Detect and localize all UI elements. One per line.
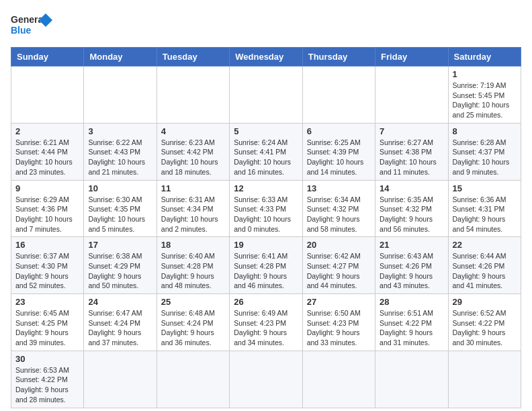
day-number: 29 xyxy=(453,297,517,307)
day-info: Sunrise: 6:29 AM Sunset: 4:36 PM Dayligh… xyxy=(15,195,79,234)
day-number: 23 xyxy=(15,297,79,307)
calendar-cell xyxy=(448,351,521,408)
day-info: Sunrise: 6:37 AM Sunset: 4:30 PM Dayligh… xyxy=(15,251,79,291)
calendar-cell: 9Sunrise: 6:29 AM Sunset: 4:36 PM Daylig… xyxy=(11,180,84,237)
calendar-cell: 29Sunrise: 6:52 AM Sunset: 4:22 PM Dayli… xyxy=(448,294,521,351)
calendar-week-1: 2Sunrise: 6:21 AM Sunset: 4:44 PM Daylig… xyxy=(11,123,521,180)
day-info: Sunrise: 6:49 AM Sunset: 4:23 PM Dayligh… xyxy=(234,308,298,348)
svg-text:Blue: Blue xyxy=(11,25,32,36)
calendar-cell xyxy=(302,66,375,124)
calendar-week-4: 23Sunrise: 6:45 AM Sunset: 4:25 PM Dayli… xyxy=(11,294,521,351)
day-info: Sunrise: 6:22 AM Sunset: 4:43 PM Dayligh… xyxy=(88,138,152,177)
calendar-cell: 12Sunrise: 6:33 AM Sunset: 4:33 PM Dayli… xyxy=(230,180,302,237)
day-number: 19 xyxy=(234,240,298,250)
day-info: Sunrise: 6:53 AM Sunset: 4:22 PM Dayligh… xyxy=(15,365,79,405)
day-number: 30 xyxy=(15,354,79,364)
day-number: 15 xyxy=(453,183,517,193)
day-number: 6 xyxy=(307,126,371,136)
calendar-cell: 19Sunrise: 6:41 AM Sunset: 4:28 PM Dayli… xyxy=(230,237,302,294)
day-info: Sunrise: 6:42 AM Sunset: 4:27 PM Dayligh… xyxy=(307,251,371,291)
day-info: Sunrise: 6:24 AM Sunset: 4:41 PM Dayligh… xyxy=(234,138,298,177)
calendar-week-2: 9Sunrise: 6:29 AM Sunset: 4:36 PM Daylig… xyxy=(11,180,521,237)
day-number: 10 xyxy=(88,183,152,193)
day-number: 3 xyxy=(88,126,152,136)
day-info: Sunrise: 6:21 AM Sunset: 4:44 PM Dayligh… xyxy=(15,138,79,177)
calendar-cell: 18Sunrise: 6:40 AM Sunset: 4:28 PM Dayli… xyxy=(157,237,229,294)
calendar-cell xyxy=(230,351,302,408)
day-number: 8 xyxy=(453,126,517,136)
calendar-cell: 13Sunrise: 6:34 AM Sunset: 4:32 PM Dayli… xyxy=(302,180,375,237)
day-number: 18 xyxy=(161,240,225,250)
day-number: 28 xyxy=(380,297,443,307)
day-number: 21 xyxy=(380,240,443,250)
day-info: Sunrise: 6:28 AM Sunset: 4:37 PM Dayligh… xyxy=(453,138,517,177)
calendar-cell: 2Sunrise: 6:21 AM Sunset: 4:44 PM Daylig… xyxy=(11,123,84,180)
calendar-cell: 8Sunrise: 6:28 AM Sunset: 4:37 PM Daylig… xyxy=(448,123,521,180)
calendar-cell: 7Sunrise: 6:27 AM Sunset: 4:38 PM Daylig… xyxy=(375,123,448,180)
calendar-week-5: 30Sunrise: 6:53 AM Sunset: 4:22 PM Dayli… xyxy=(11,351,521,408)
day-info: Sunrise: 6:27 AM Sunset: 4:38 PM Dayligh… xyxy=(380,138,443,177)
calendar-cell: 11Sunrise: 6:31 AM Sunset: 4:34 PM Dayli… xyxy=(157,180,229,237)
col-header-wednesday: Wednesday xyxy=(230,48,302,66)
calendar-week-0: 1Sunrise: 7:19 AM Sunset: 5:45 PM Daylig… xyxy=(11,66,521,124)
calendar-cell: 28Sunrise: 6:51 AM Sunset: 4:22 PM Dayli… xyxy=(375,294,448,351)
day-info: Sunrise: 6:30 AM Sunset: 4:35 PM Dayligh… xyxy=(88,195,152,234)
calendar-cell: 6Sunrise: 6:25 AM Sunset: 4:39 PM Daylig… xyxy=(302,123,375,180)
day-info: Sunrise: 6:45 AM Sunset: 4:25 PM Dayligh… xyxy=(15,308,79,348)
calendar-header-row: SundayMondayTuesdayWednesdayThursdayFrid… xyxy=(11,48,521,66)
day-number: 13 xyxy=(307,183,371,193)
calendar-cell: 5Sunrise: 6:24 AM Sunset: 4:41 PM Daylig… xyxy=(230,123,302,180)
calendar-week-3: 16Sunrise: 6:37 AM Sunset: 4:30 PM Dayli… xyxy=(11,237,521,294)
col-header-thursday: Thursday xyxy=(302,48,375,66)
day-number: 17 xyxy=(88,240,152,250)
day-number: 16 xyxy=(15,240,79,250)
calendar-cell: 3Sunrise: 6:22 AM Sunset: 4:43 PM Daylig… xyxy=(84,123,157,180)
day-info: Sunrise: 6:44 AM Sunset: 4:26 PM Dayligh… xyxy=(453,251,517,291)
day-number: 12 xyxy=(234,183,298,193)
calendar-cell: 21Sunrise: 6:43 AM Sunset: 4:26 PM Dayli… xyxy=(375,237,448,294)
calendar-cell xyxy=(84,351,157,408)
calendar-cell xyxy=(375,66,448,124)
day-number: 26 xyxy=(234,297,298,307)
day-info: Sunrise: 6:31 AM Sunset: 4:34 PM Dayligh… xyxy=(161,195,225,234)
calendar-cell xyxy=(157,66,229,124)
calendar-cell: 23Sunrise: 6:45 AM Sunset: 4:25 PM Dayli… xyxy=(11,294,84,351)
calendar-cell: 20Sunrise: 6:42 AM Sunset: 4:27 PM Dayli… xyxy=(302,237,375,294)
day-number: 14 xyxy=(380,183,443,193)
day-info: Sunrise: 6:51 AM Sunset: 4:22 PM Dayligh… xyxy=(380,308,443,348)
page-header: General Blue xyxy=(11,11,521,39)
col-header-monday: Monday xyxy=(84,48,157,66)
day-info: Sunrise: 6:41 AM Sunset: 4:28 PM Dayligh… xyxy=(234,251,298,291)
day-info: Sunrise: 6:38 AM Sunset: 4:29 PM Dayligh… xyxy=(88,251,152,291)
calendar-cell: 22Sunrise: 6:44 AM Sunset: 4:26 PM Dayli… xyxy=(448,237,521,294)
day-info: Sunrise: 6:25 AM Sunset: 4:39 PM Dayligh… xyxy=(307,138,371,177)
col-header-friday: Friday xyxy=(375,48,448,66)
day-number: 2 xyxy=(15,126,79,136)
logo: General Blue xyxy=(11,11,58,39)
calendar-cell: 26Sunrise: 6:49 AM Sunset: 4:23 PM Dayli… xyxy=(230,294,302,351)
calendar-cell: 10Sunrise: 6:30 AM Sunset: 4:35 PM Dayli… xyxy=(84,180,157,237)
day-info: Sunrise: 6:23 AM Sunset: 4:42 PM Dayligh… xyxy=(161,138,225,177)
col-header-sunday: Sunday xyxy=(11,48,84,66)
calendar-cell: 25Sunrise: 6:48 AM Sunset: 4:24 PM Dayli… xyxy=(157,294,229,351)
day-number: 20 xyxy=(307,240,371,250)
day-info: Sunrise: 6:40 AM Sunset: 4:28 PM Dayligh… xyxy=(161,251,225,291)
day-info: Sunrise: 6:52 AM Sunset: 4:22 PM Dayligh… xyxy=(453,308,517,348)
day-info: Sunrise: 6:36 AM Sunset: 4:31 PM Dayligh… xyxy=(453,195,517,234)
day-info: Sunrise: 6:48 AM Sunset: 4:24 PM Dayligh… xyxy=(161,308,225,348)
day-info: Sunrise: 6:43 AM Sunset: 4:26 PM Dayligh… xyxy=(380,251,443,291)
day-number: 1 xyxy=(453,69,517,79)
day-number: 5 xyxy=(234,126,298,136)
day-info: Sunrise: 6:33 AM Sunset: 4:33 PM Dayligh… xyxy=(234,195,298,234)
col-header-tuesday: Tuesday xyxy=(157,48,229,66)
day-number: 9 xyxy=(15,183,79,193)
day-info: Sunrise: 6:47 AM Sunset: 4:24 PM Dayligh… xyxy=(88,308,152,348)
day-number: 7 xyxy=(380,126,443,136)
calendar-cell: 15Sunrise: 6:36 AM Sunset: 4:31 PM Dayli… xyxy=(448,180,521,237)
calendar-cell: 17Sunrise: 6:38 AM Sunset: 4:29 PM Dayli… xyxy=(84,237,157,294)
day-info: Sunrise: 7:19 AM Sunset: 5:45 PM Dayligh… xyxy=(453,81,517,120)
day-number: 27 xyxy=(307,297,371,307)
calendar-cell xyxy=(11,66,84,124)
day-number: 4 xyxy=(161,126,225,136)
calendar-cell: 1Sunrise: 7:19 AM Sunset: 5:45 PM Daylig… xyxy=(448,66,521,124)
